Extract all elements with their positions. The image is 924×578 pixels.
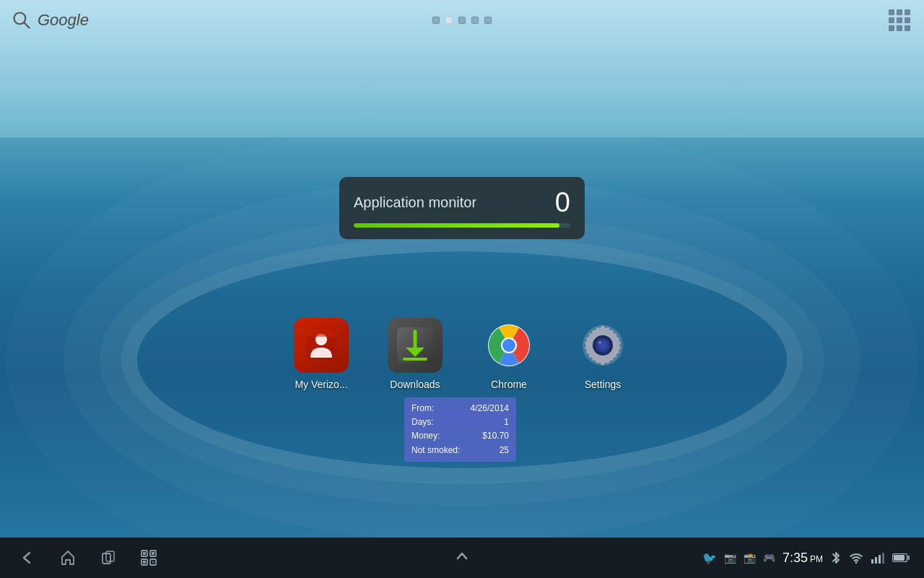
smoking-not-smoked-row: Not smoked: 25 bbox=[411, 444, 509, 457]
nav-back-button[interactable] bbox=[14, 545, 40, 571]
time-value: 7:35 bbox=[783, 551, 808, 565]
bottom-bar: 🐦 📷 📸 🎮 7:35PM bbox=[0, 538, 924, 578]
settings-label: Settings bbox=[585, 379, 622, 390]
grid-dot bbox=[897, 25, 902, 31]
svg-rect-4 bbox=[307, 331, 336, 337]
svg-rect-27 bbox=[152, 561, 154, 563]
smoking-from-label: From: bbox=[411, 402, 434, 415]
wallpaper bbox=[0, 0, 924, 578]
page-dot-3[interactable] bbox=[458, 17, 466, 24]
nav-screenshot-button[interactable] bbox=[136, 545, 162, 571]
svg-rect-26 bbox=[143, 561, 146, 564]
google-search-widget[interactable]: Google bbox=[12, 10, 89, 30]
app-monitor-bar bbox=[354, 223, 570, 228]
chrome-label: Chrome bbox=[491, 379, 527, 390]
verizon-label: My Verizo... bbox=[295, 379, 347, 390]
grid-dot bbox=[889, 9, 894, 15]
svg-rect-9 bbox=[403, 358, 427, 361]
nav-recent-button[interactable] bbox=[95, 545, 121, 571]
svg-rect-32 bbox=[882, 553, 884, 564]
grid-dot bbox=[905, 17, 910, 23]
smoking-money-value: $10.70 bbox=[482, 429, 509, 443]
svg-rect-25 bbox=[152, 552, 154, 555]
time-ampm: PM bbox=[810, 554, 823, 564]
nav-buttons bbox=[14, 545, 162, 571]
grid-dot bbox=[905, 9, 910, 15]
app-monitor-count: 0 bbox=[555, 189, 570, 216]
chrome-icon bbox=[481, 318, 536, 373]
smoking-not-smoked-label: Not smoked: bbox=[411, 444, 460, 457]
verizon-logo-icon bbox=[303, 327, 339, 363]
apps-container: My Verizo... Downloads bbox=[274, 318, 650, 390]
app-monitor-header: Application monitor 0 bbox=[354, 189, 570, 216]
svg-point-12 bbox=[502, 339, 515, 352]
app-my-verizon[interactable]: My Verizo... bbox=[274, 318, 368, 390]
svg-rect-34 bbox=[908, 556, 910, 560]
app-settings[interactable]: Settings bbox=[556, 318, 650, 390]
app-downloads[interactable]: Downloads bbox=[368, 318, 462, 390]
battery-icon bbox=[892, 553, 910, 563]
google-label: Google bbox=[38, 11, 89, 30]
svg-rect-24 bbox=[143, 552, 146, 555]
smoking-not-smoked-value: 25 bbox=[500, 444, 509, 457]
svg-rect-29 bbox=[871, 559, 873, 564]
grid-dot bbox=[905, 25, 910, 31]
svg-rect-31 bbox=[879, 555, 881, 564]
top-bar: Google bbox=[0, 0, 924, 40]
camera-icon: 📸 bbox=[744, 552, 756, 564]
signal-icon bbox=[871, 552, 885, 564]
svg-point-28 bbox=[855, 561, 858, 564]
search-icon bbox=[12, 10, 32, 30]
grid-dot bbox=[897, 17, 902, 23]
settings-logo-icon bbox=[580, 322, 626, 368]
downloads-icon bbox=[388, 318, 443, 373]
nav-home-button[interactable] bbox=[55, 545, 81, 571]
chrome-logo-icon bbox=[487, 324, 531, 367]
smoking-days-value: 1 bbox=[504, 415, 509, 429]
grid-dot bbox=[897, 9, 902, 15]
page-dot-5[interactable] bbox=[484, 17, 492, 24]
status-bar: 🐦 📷 📸 🎮 7:35PM bbox=[702, 551, 910, 566]
svg-rect-30 bbox=[875, 557, 877, 564]
game-icon: 🎮 bbox=[763, 552, 775, 564]
app-monitor-title: Application monitor bbox=[354, 194, 476, 211]
twitter-icon: 🐦 bbox=[702, 551, 717, 565]
verizon-icon bbox=[294, 318, 349, 373]
instagram-icon: 📷 bbox=[724, 552, 736, 564]
grid-dot bbox=[889, 25, 894, 31]
smoking-from-value: 4/26/2014 bbox=[471, 402, 509, 415]
page-dot-2[interactable] bbox=[445, 17, 453, 24]
downloads-label: Downloads bbox=[390, 379, 440, 390]
page-dot-1[interactable] bbox=[432, 17, 440, 24]
page-dot-4[interactable] bbox=[471, 17, 479, 24]
svg-rect-35 bbox=[894, 555, 905, 561]
back-icon bbox=[19, 550, 35, 566]
nav-up-button[interactable] bbox=[454, 548, 470, 567]
app-chrome[interactable]: Chrome bbox=[462, 318, 556, 390]
time-display: 7:35PM bbox=[783, 551, 823, 566]
app-monitor-progress bbox=[354, 223, 559, 228]
recent-apps-icon bbox=[100, 550, 116, 566]
smoking-days-row: Days: 1 bbox=[411, 415, 509, 429]
grid-dot bbox=[889, 17, 894, 23]
svg-point-17 bbox=[598, 341, 601, 344]
smoking-days-label: Days: bbox=[411, 415, 434, 429]
home-icon bbox=[60, 550, 76, 566]
up-arrow-icon bbox=[454, 548, 470, 564]
wifi-icon bbox=[849, 552, 863, 564]
bluetooth-icon bbox=[830, 551, 842, 565]
smoking-from-row: From: 4/26/2014 bbox=[411, 402, 509, 415]
smoking-money-row: Money: $10.70 bbox=[411, 429, 509, 443]
page-indicators bbox=[432, 17, 492, 24]
smoking-widget[interactable]: From: 4/26/2014 Days: 1 Money: $10.70 No… bbox=[404, 397, 516, 462]
svg-line-1 bbox=[24, 22, 29, 27]
settings-icon bbox=[575, 318, 630, 373]
smoking-money-label: Money: bbox=[411, 429, 440, 443]
app-monitor-widget[interactable]: Application monitor 0 bbox=[339, 177, 585, 239]
screenshot-icon bbox=[140, 549, 157, 566]
downloads-logo-icon bbox=[396, 326, 435, 365]
app-grid-button[interactable] bbox=[886, 7, 912, 33]
